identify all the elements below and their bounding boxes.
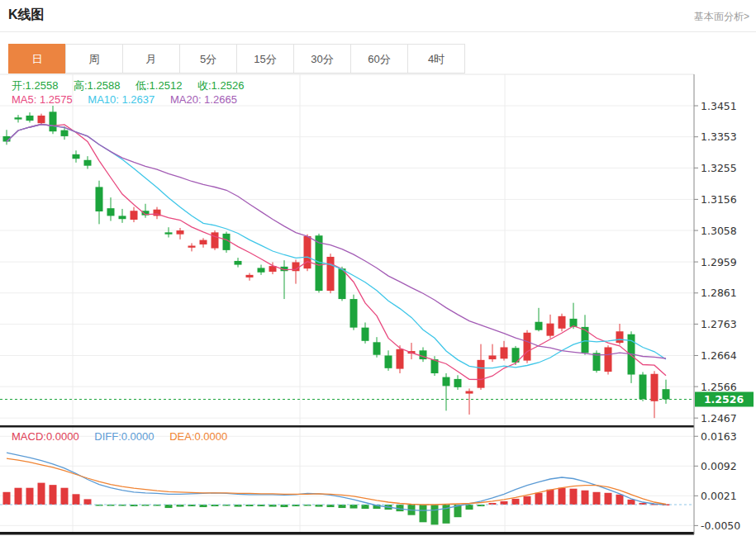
y-axis-label: 0.0021 <box>701 490 737 502</box>
y-axis-label: 1.3058 <box>701 225 737 237</box>
y-axis-label: 1.3451 <box>701 100 737 112</box>
tab-60min[interactable]: 60分 <box>350 44 408 74</box>
y-axis-label: 1.2861 <box>701 287 737 299</box>
y-axis-label: 1.3353 <box>701 130 737 143</box>
y-axis-label: 1.3255 <box>701 162 737 174</box>
macd-histogram <box>3 483 670 525</box>
y-axis-label: 1.3156 <box>701 193 737 206</box>
macd-panel-baseline <box>0 532 694 535</box>
diff-line <box>7 453 666 510</box>
title-divider <box>0 31 756 32</box>
tab-30min[interactable]: 30分 <box>293 44 351 74</box>
tab-15min[interactable]: 15分 <box>236 44 294 74</box>
tab-month[interactable]: 月 <box>122 44 180 74</box>
tab-day[interactable]: 日 <box>8 44 66 74</box>
kline-page: { "header": { "title": "K线图", "link": "基… <box>0 0 756 536</box>
y-axis: 1.34511.33531.32551.31561.30581.29591.28… <box>694 74 740 534</box>
tab-5min[interactable]: 5分 <box>179 44 237 74</box>
y-axis-label: 0.0163 <box>701 430 737 443</box>
y-axis-label: 1.2664 <box>701 349 737 362</box>
y-axis-label: -0.0050 <box>701 519 740 532</box>
ma5-line <box>7 125 666 380</box>
ma10-line <box>7 125 666 368</box>
y-axis-label: 1.2566 <box>701 381 737 393</box>
fundamental-analysis-link[interactable]: 基本面分析> <box>694 10 749 24</box>
tab-4hour[interactable]: 4时 <box>407 44 465 74</box>
tab-week[interactable]: 周 <box>65 44 123 74</box>
page-title: K线图 <box>8 7 45 24</box>
dea-line <box>7 458 666 505</box>
y-axis-label: 0.0092 <box>701 460 737 472</box>
ma20-line <box>7 125 666 359</box>
y-axis-label: 1.2763 <box>701 318 737 330</box>
y-axis-label: 1.2959 <box>701 256 737 268</box>
gridlines <box>0 74 694 532</box>
y-axis-label: 1.2467 <box>701 412 737 425</box>
interval-tabbar: 日 周 月 5分 15分 30分 60分 4时 <box>8 44 465 74</box>
current-price-badge-label: 1.2526 <box>704 393 744 406</box>
kline-chart[interactable]: 1.34511.33531.32551.31561.30581.29591.28… <box>0 0 756 536</box>
price-panel-baseline <box>0 425 694 428</box>
